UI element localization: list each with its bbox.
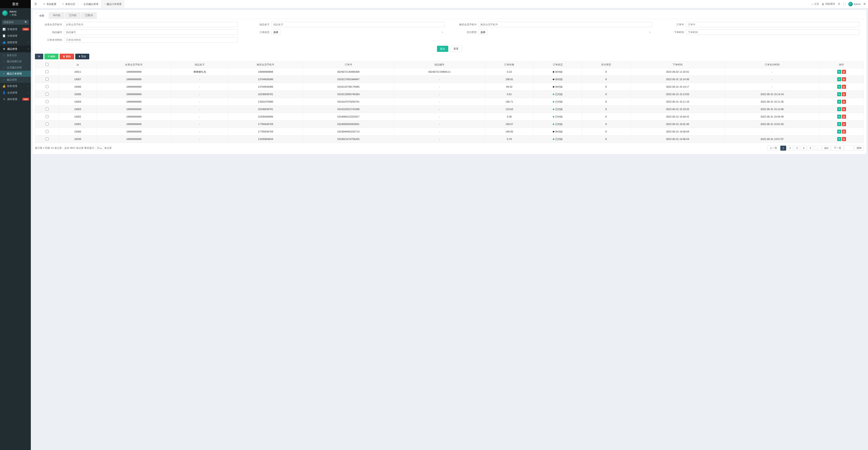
nav-tab[interactable]: ○藏品订单管理	[101, 0, 124, 8]
menu-item[interactable]: ⚙藏品管理‹	[0, 46, 31, 52]
home-link[interactable]: ⌂ 主页	[812, 2, 819, 6]
hamburger-icon[interactable]: ☰	[33, 2, 38, 6]
row-edit-icon[interactable]: ✎	[837, 100, 841, 104]
row-delete-icon[interactable]: 🗑	[842, 85, 846, 89]
select-pay-type[interactable]: 选择	[478, 29, 488, 35]
input-buyer-phone[interactable]	[478, 22, 652, 27]
input-product-code[interactable]	[64, 29, 238, 35]
cell-paytype: 8	[582, 76, 630, 83]
filter-tab[interactable]: 全部	[35, 12, 49, 19]
row-checkbox[interactable]	[45, 130, 49, 133]
cell-status: 待付款	[533, 76, 582, 83]
clear-cache-link[interactable]: 🗑 清除缓存	[822, 2, 835, 6]
row-edit-icon[interactable]: ✎	[837, 85, 841, 89]
row-checkbox[interactable]	[45, 100, 49, 103]
avatar[interactable]	[2, 10, 8, 16]
input-order-no[interactable]	[686, 22, 860, 27]
page-number[interactable]: 1	[780, 146, 786, 151]
sidebar: 墨变 Admin ● 在线 🔍 📊常规管理new📑分类管理👥权限管理‹⚙藏品管理…	[0, 0, 31, 450]
menu-item[interactable]: 👥权限管理‹	[0, 39, 31, 46]
row-checkbox[interactable]	[45, 78, 49, 81]
submit-button[interactable]: 提交	[437, 46, 448, 52]
row-delete-icon[interactable]: 🗑	[842, 122, 846, 126]
row-checkbox[interactable]	[45, 70, 49, 73]
cell-name: -	[171, 113, 228, 121]
lang-icon[interactable]: 文	[838, 2, 840, 6]
row-edit-icon[interactable]: ✎	[837, 70, 841, 74]
cell-buyer: 17765636759	[228, 121, 303, 128]
page-next[interactable]: 下一页	[832, 145, 843, 151]
column-header	[35, 61, 59, 68]
menu-item[interactable]: 📑分类管理	[0, 33, 31, 39]
row-delete-icon[interactable]: 🗑	[842, 137, 846, 141]
refresh-button[interactable]: ⟳	[35, 54, 43, 59]
submenu-item[interactable]: ○会员藏品管理	[0, 65, 31, 71]
label-order-no: 订单号	[661, 23, 684, 26]
page-jump-button[interactable]: 跳转	[855, 145, 864, 151]
delete-button[interactable]: 🗑 删除	[60, 54, 74, 59]
row-delete-icon[interactable]: 🗑	[842, 100, 846, 104]
row-checkbox[interactable]	[45, 115, 49, 118]
submenu-item[interactable]: ○藏品管理	[0, 77, 31, 83]
top-user[interactable]: Admin	[848, 2, 861, 6]
select-all-checkbox[interactable]	[45, 63, 49, 66]
row-delete-icon[interactable]: 🗑	[842, 107, 846, 111]
row-delete-icon[interactable]: 🗑	[842, 92, 846, 96]
row-delete-icon[interactable]: 🗑	[842, 115, 846, 119]
row-edit-icon[interactable]: ✎	[837, 122, 841, 126]
filter-tab[interactable]: 已取消	[81, 12, 97, 19]
per-page-select[interactable]: 10 ▴	[95, 146, 103, 150]
page-number[interactable]: 5	[807, 146, 813, 151]
menu-item[interactable]: 👤会员管理‹	[0, 90, 31, 96]
submenu-item[interactable]: ○藏品订单管理	[0, 71, 31, 77]
nav-tab[interactable]: ○会员藏品管理	[78, 0, 101, 8]
page-number[interactable]: ...	[814, 146, 821, 151]
filter-tab[interactable]: 待付款	[49, 12, 65, 19]
submenu-item[interactable]: ○发售日历	[0, 52, 31, 58]
page-jump-input[interactable]	[844, 145, 854, 151]
search-icon[interactable]: 🔍	[25, 21, 28, 24]
row-checkbox[interactable]	[45, 85, 49, 88]
column-header: 订单价格	[485, 61, 534, 68]
row-edit-icon[interactable]: ✎	[837, 107, 841, 111]
input-pay-time[interactable]	[64, 37, 238, 42]
row-edit-icon[interactable]: ✎	[837, 77, 841, 81]
input-product-name[interactable]	[271, 22, 445, 27]
menu-item[interactable]: ✈插件管理new	[0, 96, 31, 103]
input-order-time[interactable]	[686, 29, 860, 35]
filter-tab[interactable]: 已付款	[65, 12, 81, 19]
submenu-item[interactable]: ○藏品转赠记录	[0, 58, 31, 65]
row-edit-icon[interactable]: ✎	[837, 137, 841, 141]
chevron-icon: ‹	[28, 41, 29, 43]
cell-ordertime: 2022-06-02 11:32:01	[630, 68, 725, 76]
page-number[interactable]: 4	[801, 146, 807, 151]
select-order-status[interactable]: 选择	[271, 29, 280, 35]
row-checkbox[interactable]	[45, 93, 49, 96]
row-edit-icon[interactable]: ✎	[837, 115, 841, 119]
row-edit-icon[interactable]: ✎	[837, 130, 841, 134]
settings-icon[interactable]: ⚙	[864, 2, 866, 5]
row-checkbox[interactable]	[45, 137, 49, 140]
nav-tab[interactable]: ⚙系统配置	[40, 0, 59, 8]
row-checkbox[interactable]	[45, 107, 49, 110]
row-delete-icon[interactable]: 🗑	[842, 130, 846, 134]
row-delete-icon[interactable]: 🗑	[842, 70, 846, 74]
edit-button[interactable]: ✎ 编辑	[44, 54, 59, 59]
page-prev[interactable]: 上一页	[767, 145, 779, 151]
row-edit-icon[interactable]: ✎	[837, 92, 841, 96]
page-number[interactable]: 2	[787, 146, 793, 151]
column-header: 操作	[819, 61, 864, 68]
reset-button[interactable]: 重置	[450, 46, 462, 52]
menu-item[interactable]: 📊常规管理new	[0, 26, 31, 33]
cell-code: -	[394, 135, 485, 143]
page-number[interactable]: 3	[794, 146, 800, 151]
circle-icon: ○	[2, 60, 5, 63]
export-button[interactable]: ⬇ 导出	[75, 54, 89, 59]
row-delete-icon[interactable]: 🗑	[842, 77, 846, 81]
page-number[interactable]: 964	[822, 146, 831, 151]
row-checkbox[interactable]	[45, 123, 49, 125]
input-seller-phone[interactable]	[64, 22, 238, 27]
fullscreen-icon[interactable]: ⛶	[843, 3, 845, 5]
menu-item[interactable]: 💰财务管理‹	[0, 83, 31, 90]
nav-tab[interactable]: ☀发售日历	[59, 0, 78, 8]
